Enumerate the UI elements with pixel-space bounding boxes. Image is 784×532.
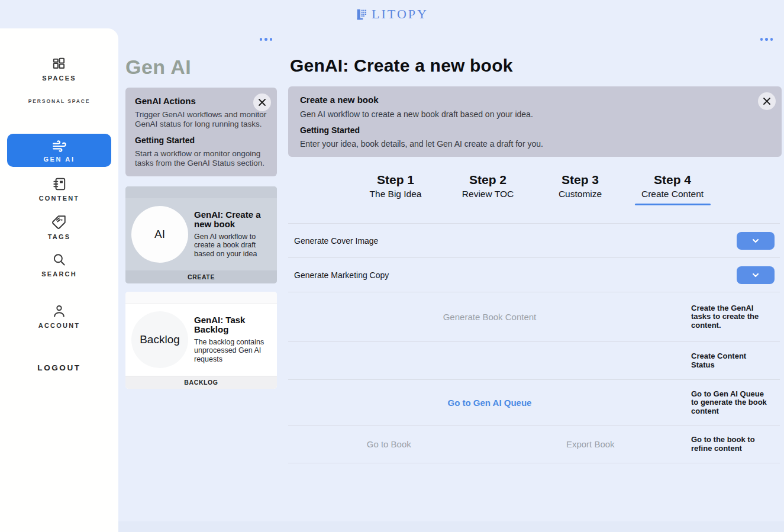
top-header-band: LITOPY [0, 0, 784, 28]
row-book-actions: Go to Book Export Book Go to the book to… [288, 425, 780, 463]
tab-step-3[interactable]: Step 3 Customize [534, 173, 627, 205]
bottom-edge-strip [118, 521, 784, 532]
go-to-book-button[interactable]: Go to Book [367, 439, 411, 449]
personal-space-label: PERSONAL SPACE [28, 98, 91, 104]
workflow-card-title: GenAI: Create a new book [194, 210, 271, 229]
tab-step-1[interactable]: Step 1 The Big Idea [350, 173, 442, 205]
row-label: Generate Cover Image [288, 236, 378, 246]
actions-card-title: GenAI Actions [135, 96, 267, 106]
panel-more-button[interactable] [260, 38, 273, 41]
step-underline [450, 204, 526, 205]
banner-getting-started-heading: Getting Started [300, 125, 770, 135]
gen-ai-panel: Gen AI GenAI Actions Trigger GenAI workf… [118, 28, 284, 521]
sidebar-item-label: ACCOUNT [38, 322, 80, 329]
step-label: Create Content [627, 189, 719, 199]
close-icon[interactable] [758, 92, 776, 110]
step-title: Step 2 [442, 173, 534, 187]
row-gen-ai-queue: Go to Gen AI Queue Go to Gen AI Queue to… [288, 379, 780, 425]
close-icon[interactable] [253, 93, 271, 111]
search-icon [51, 252, 67, 267]
row-generate-marketing-copy: Generate Marketing Copy [288, 257, 780, 292]
getting-started-heading: Getting Started [135, 136, 267, 145]
sidebar-item-label: TAGS [48, 233, 71, 240]
cover-image-dropdown-button[interactable] [737, 232, 775, 250]
actions-card-description: Trigger GenAI workflows and monitor GenA… [135, 110, 267, 128]
sidebar-item-account[interactable]: ACCOUNT [38, 304, 80, 329]
avatar: AI [131, 206, 188, 263]
sidebar-item-spaces[interactable]: SPACES [42, 56, 76, 82]
chevron-down-icon [751, 270, 760, 280]
notebook-icon [51, 176, 67, 192]
row-note: Create Content Status [691, 352, 780, 369]
create-action-footer[interactable]: CREATE [125, 270, 277, 283]
main-panel: GenAI: Create a new book Create a new bo… [284, 28, 784, 521]
sidebar-item-label: SPACES [42, 75, 76, 82]
banner-getting-started-text: Enter your idea, book details, and let G… [300, 139, 770, 149]
row-generate-cover-image: Generate Cover Image [288, 223, 780, 257]
create-book-banner: Create a new book Gen AI workflow to cre… [288, 86, 782, 157]
sidebar-item-content[interactable]: CONTENT [39, 176, 80, 202]
go-to-gen-ai-queue-link[interactable]: Go to Gen AI Queue [448, 398, 532, 408]
step-label: Review TOC [442, 189, 534, 199]
row-note: Go to Gen AI Queue to generate the book … [691, 390, 780, 416]
step-tabs: Step 1 The Big Idea Step 2 Review TOC St… [284, 173, 784, 205]
person-icon [51, 304, 67, 319]
row-content-status: Create Content Status [288, 341, 780, 379]
avatar: Backlog [131, 311, 188, 368]
sidebar-item-search[interactable]: SEARCH [41, 252, 77, 278]
workflow-card-description: The backlog contains unprocessed Gen AI … [194, 338, 271, 363]
sidebar: SPACES PERSONAL SPACE GEN AI CONTENT [0, 28, 118, 532]
workflow-card-create-book[interactable]: AI GenAI: Create a new book Gen AI workf… [125, 186, 277, 283]
sidebar-item-label: GEN AI [43, 156, 75, 163]
step-label: The Big Idea [350, 189, 442, 199]
spaces-grid-icon [51, 56, 67, 72]
marketing-copy-dropdown-button[interactable] [737, 266, 775, 284]
generate-book-content-button[interactable]: Generate Book Content [443, 312, 537, 322]
row-note: Go to the book to refine content [691, 436, 780, 453]
panel-title: Gen AI [125, 56, 191, 79]
row-generate-book-content: Generate Book Content Create the GenAI t… [288, 292, 780, 341]
workflow-card-task-backlog[interactable]: Backlog GenAI: Task Backlog The backlog … [125, 292, 277, 389]
app-logo-text: LITOPY [372, 7, 428, 22]
app-logo[interactable]: LITOPY [356, 7, 428, 22]
tab-step-2[interactable]: Step 2 Review TOC [442, 173, 534, 205]
workflow-card-title: GenAI: Task Backlog [194, 315, 271, 334]
sidebar-item-tags[interactable]: TAGS [48, 215, 71, 240]
genai-actions-card: GenAI Actions Trigger GenAI workflows an… [125, 88, 277, 176]
step-title: Step 3 [534, 173, 627, 187]
backlog-action-footer[interactable]: BACKLOG [125, 376, 277, 389]
action-rows: Generate Cover Image Generate Marketing … [288, 223, 780, 463]
litopy-logo-icon [356, 8, 368, 21]
logout-button[interactable]: LOGOUT [37, 363, 80, 372]
tag-icon [51, 215, 67, 230]
step-underline [358, 204, 434, 205]
getting-started-text: Start a workflow or monitor ongoing task… [135, 149, 267, 167]
step-title: Step 4 [627, 173, 719, 187]
step-title: Step 1 [350, 173, 442, 187]
tab-step-4[interactable]: Step 4 Create Content [627, 173, 719, 205]
main-more-button[interactable] [760, 38, 773, 41]
page-title: GenAI: Create a new book [290, 56, 513, 76]
row-note: Create the GenAI tasks to create the con… [691, 304, 780, 330]
export-book-button[interactable]: Export Book [566, 439, 615, 449]
sidebar-item-gen-ai[interactable]: GEN AI [7, 134, 111, 167]
banner-title: Create a new book [300, 95, 770, 105]
step-underline-active [635, 204, 711, 205]
workflow-card-description: Gen AI workflow to create a book draft b… [194, 233, 271, 258]
sidebar-item-label: SEARCH [41, 270, 77, 278]
row-label: Generate Marketing Copy [288, 270, 389, 280]
card-top-strip [125, 292, 277, 304]
wind-icon [51, 138, 67, 154]
step-label: Customize [534, 189, 627, 199]
step-underline [543, 204, 618, 205]
chevron-down-icon [751, 236, 760, 246]
card-top-strip [125, 186, 277, 198]
banner-description: Gen AI workflow to create a new book dra… [300, 109, 770, 119]
sidebar-item-label: CONTENT [39, 195, 80, 202]
